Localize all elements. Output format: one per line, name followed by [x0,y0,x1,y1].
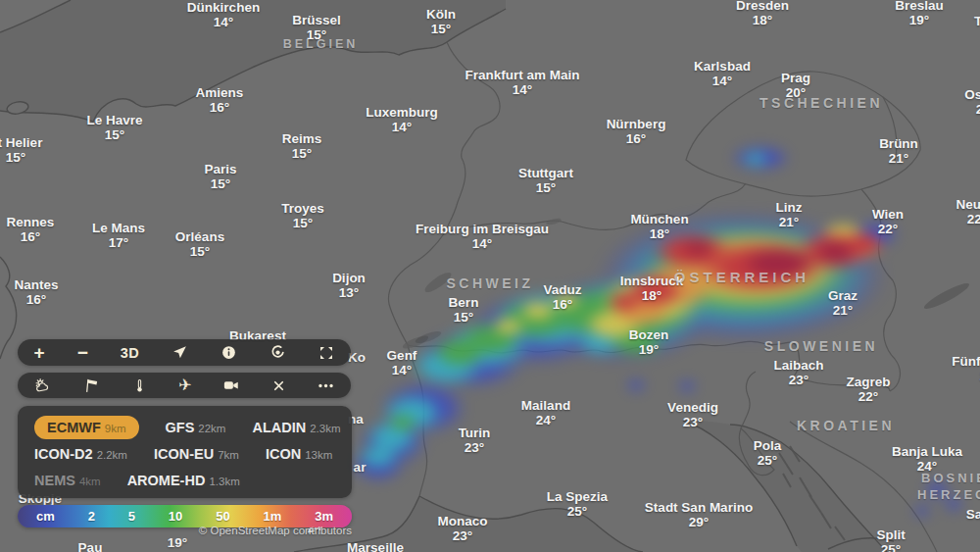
model-row: ICON-D22.2kmICON-EU7kmICON13km [18,441,352,467]
model-resolution: 7km [218,449,239,461]
forecast-model-panel: ECMWF9kmGFS22kmALADIN2.3kmICON-D22.2kmIC… [18,406,352,498]
model-resolution: 4km [79,476,101,487]
legend-label: cm [36,509,55,524]
view-3d-button[interactable]: 3D [117,339,144,366]
model-resolution: 2.3km [310,423,340,434]
legend-label: 2 [88,509,95,524]
sun-cloud-icon [33,376,52,395]
model-resolution: 2.2km [97,449,127,461]
model-resolution: 1.3km [209,476,239,487]
map-toolbar-overlays: ✈ [18,373,351,398]
model-name: ALADIN [252,420,306,435]
model-option-aladin[interactable]: ALADIN2.3km [252,420,340,435]
model-row: ECMWF9kmGFS22kmALADIN2.3km [18,415,352,440]
hurricane-icon [270,344,286,361]
ellipsis-icon [317,376,335,395]
hurricane-tracker-button[interactable] [266,339,290,366]
temperature-button[interactable] [127,373,152,398]
weather-map-app[interactable]: Dünkirchen14°Brüssel15°Köln15°Dresden18°… [0,0,980,552]
model-resolution: 13km [305,449,332,461]
thermometer-icon [131,377,148,394]
navigation-icon [172,344,188,361]
osm-attribution-link[interactable]: © OpenStreetMap contributors [18,525,352,536]
legend-label: 1m [264,509,282,524]
model-name: ICON [266,446,301,462]
close-icon [271,378,286,393]
windsock-button[interactable] [78,373,104,398]
legend-label: 3m [315,509,333,524]
my-location-button[interactable] [168,339,192,366]
airplane-icon: ✈ [178,377,191,393]
model-option-gfs[interactable]: GFS22km [166,420,226,435]
flights-button[interactable]: ✈ [174,373,195,398]
sea-adriatic [683,421,887,552]
lakes [402,218,972,351]
model-option-icon-eu[interactable]: ICON-EU7km [154,446,239,462]
model-name: ECMWF [47,420,101,435]
model-name: ICON-D2 [34,446,93,462]
info-icon [220,344,237,361]
fullscreen-button[interactable] [315,339,338,366]
country-borders [388,42,937,552]
zoom-in-button[interactable]: + [30,339,49,366]
model-name: GFS [166,420,195,435]
model-option-icon[interactable]: ICON13km [266,446,332,462]
webcams-button[interactable] [219,373,244,398]
weather-overlay-button[interactable] [29,373,56,398]
model-row: NEMS4kmAROME-HD1.3km [18,468,352,493]
legend-label: 50 [216,509,229,524]
fullscreen-icon [318,345,334,361]
model-option-nems[interactable]: NEMS4km [34,473,101,488]
close-overlay-button[interactable] [268,373,290,398]
model-option-ecmwf[interactable]: ECMWF9km [34,416,139,439]
model-name: NEMS [34,473,75,488]
map-toolbar-primary: + − 3D [18,339,351,366]
legend-label: 5 [128,509,135,524]
model-option-icon-d2[interactable]: ICON-D22.2km [34,446,127,462]
model-name: ICON-EU [154,446,214,462]
zoom-out-button[interactable]: − [74,339,92,366]
info-button[interactable] [217,339,241,366]
sea-english-channel [0,0,506,122]
model-resolution: 9km [105,423,126,434]
video-camera-icon [222,376,240,394]
more-options-button[interactable] [313,373,339,398]
windsock-icon [82,376,100,394]
legend-label: 10 [169,509,182,524]
model-name: AROME-HD [127,473,206,488]
model-resolution: 22km [198,423,225,434]
model-option-arome-hd[interactable]: AROME-HD1.3km [127,473,240,488]
